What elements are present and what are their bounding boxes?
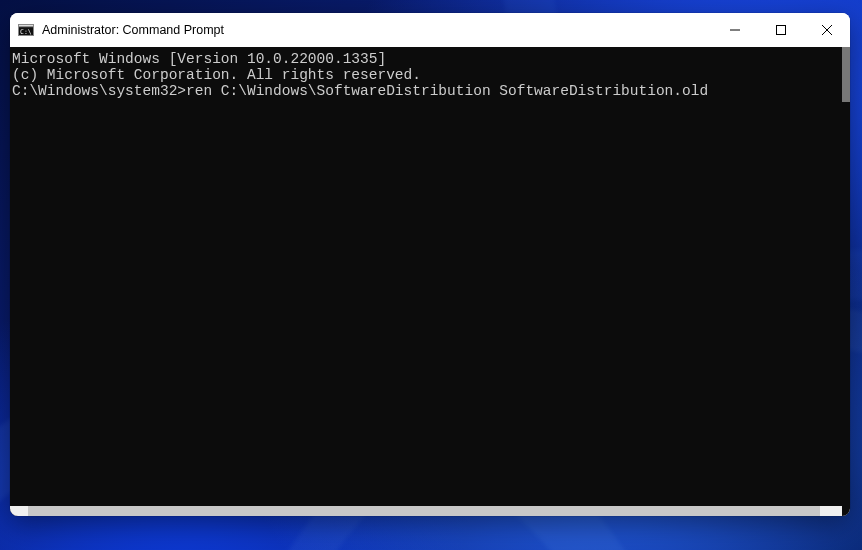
svg-text:C:\: C:\	[20, 28, 32, 36]
svg-rect-3	[777, 26, 786, 35]
window-controls	[712, 13, 850, 47]
terminal-output[interactable]: Microsoft Windows [Version 10.0.22000.13…	[10, 47, 842, 506]
terminal-command: ren C:\Windows\SoftwareDistribution Soft…	[186, 83, 708, 99]
horizontal-scrollbar[interactable]	[10, 506, 842, 516]
vertical-scrollbar-thumb[interactable]	[842, 47, 850, 102]
svg-rect-1	[19, 25, 34, 27]
vertical-scrollbar[interactable]	[842, 47, 850, 506]
terminal-line: (c) Microsoft Corporation. All rights re…	[12, 67, 842, 83]
close-button[interactable]	[804, 13, 850, 47]
terminal-area[interactable]: Microsoft Windows [Version 10.0.22000.13…	[10, 47, 850, 516]
terminal-line: Microsoft Windows [Version 10.0.22000.13…	[12, 51, 842, 67]
horizontal-scrollbar-thumb[interactable]	[28, 506, 820, 516]
maximize-button[interactable]	[758, 13, 804, 47]
terminal-prompt-line: C:\Windows\system32>ren C:\Windows\Softw…	[12, 83, 842, 99]
command-prompt-window: C:\ Administrator: Command Prompt Micros…	[10, 13, 850, 516]
cmd-icon: C:\	[18, 22, 34, 38]
terminal-prompt: C:\Windows\system32>	[12, 83, 186, 99]
titlebar[interactable]: C:\ Administrator: Command Prompt	[10, 13, 850, 47]
minimize-button[interactable]	[712, 13, 758, 47]
window-title: Administrator: Command Prompt	[42, 23, 712, 37]
